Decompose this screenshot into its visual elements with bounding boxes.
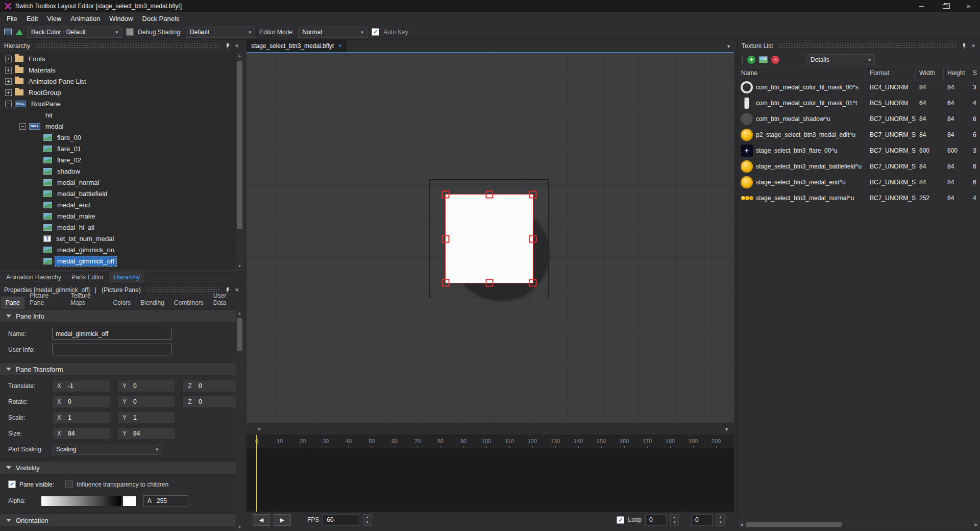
step-down-icon[interactable]: ▼ bbox=[363, 520, 371, 525]
menu-dock-panels[interactable]: Dock Panels bbox=[137, 12, 184, 25]
hierarchy-item-animated-pane-list[interactable]: +Animated Pane List bbox=[0, 76, 236, 87]
properties-tab-colors[interactable]: Colors bbox=[108, 297, 135, 309]
scroll-down-icon[interactable]: ▼ bbox=[236, 262, 243, 270]
selected-pane[interactable] bbox=[445, 194, 533, 283]
document-tab[interactable]: stage_select_btn3_medal.bflyt × bbox=[247, 40, 347, 52]
scrollbar-thumb[interactable] bbox=[237, 318, 242, 351]
hierarchy-item-materials[interactable]: +Materials bbox=[0, 64, 236, 76]
rotate-z-field[interactable]: Z0 bbox=[183, 396, 241, 408]
hierarchy-item-flare-02[interactable]: flare_02 bbox=[0, 154, 236, 165]
hierarchy-item-fonts[interactable]: +Fonts bbox=[0, 53, 236, 64]
scrollbar-thumb[interactable] bbox=[237, 61, 242, 229]
properties-tab-texture-maps[interactable]: Texture Maps bbox=[66, 289, 108, 309]
step-down-icon[interactable]: ▼ bbox=[671, 520, 678, 525]
close-icon[interactable]: × bbox=[969, 41, 978, 51]
name-input[interactable] bbox=[52, 328, 172, 340]
properties-tab-user-data[interactable]: User Data bbox=[209, 289, 242, 309]
properties-tab-pane[interactable]: Pane bbox=[1, 297, 24, 309]
debug-shading-dropdown[interactable]: Default ▾ bbox=[186, 27, 255, 38]
minimize-button[interactable] bbox=[910, 0, 933, 12]
scrollbar-thumb[interactable] bbox=[746, 522, 842, 527]
column-size[interactable]: S bbox=[969, 67, 980, 79]
section-pane-info[interactable]: Pane Info bbox=[0, 309, 236, 323]
close-button[interactable]: × bbox=[957, 0, 980, 12]
close-icon[interactable]: × bbox=[232, 41, 241, 51]
scroll-left-icon[interactable]: ◀ bbox=[738, 521, 745, 528]
column-width[interactable]: Width bbox=[916, 67, 944, 79]
drag-grip[interactable] bbox=[778, 43, 957, 49]
timeline-close-icon[interactable]: × bbox=[255, 425, 264, 433]
hierarchy-item-rootgroup[interactable]: +RootGroup bbox=[0, 87, 236, 98]
hierarchy-item-medal-normal[interactable]: medal_normal bbox=[0, 177, 236, 188]
timeline-playhead[interactable] bbox=[256, 435, 257, 512]
timeline-track[interactable] bbox=[247, 448, 734, 512]
hierarchy-item-flare-01[interactable]: flare_01 bbox=[0, 143, 236, 154]
translate-z-field[interactable]: Z0 bbox=[183, 380, 241, 392]
texture-row-stage-select-btn3-medal-battlefield-u[interactable]: stage_select_btn3_medal_battlefield^uBC7… bbox=[738, 158, 980, 174]
hierarchy-item-shadow[interactable]: shadow bbox=[0, 165, 236, 177]
collapse-icon[interactable]: − bbox=[19, 123, 26, 130]
expand-icon[interactable]: + bbox=[5, 67, 12, 74]
texture-row-com-btn-medal-shadow-u[interactable]: com_btn_medal_shadow^uBC7_UNORM_S...8484… bbox=[738, 111, 980, 127]
texture-row-com-btn-medal-color-hl-mask-01-t[interactable]: com_btn_medal_color_hl_mask_01^tBC5_UNOR… bbox=[738, 95, 980, 111]
hierarchy-panel-header[interactable]: Hierarchy × bbox=[0, 40, 243, 52]
timeline-chevron-icon[interactable]: ▾ bbox=[725, 426, 728, 432]
texture-row-p2-stage-select-btn3-medal-edit-u[interactable]: p2_stage_select_btn3_medal_edit^uBC7_UNO… bbox=[738, 127, 980, 142]
section-pane-transform[interactable]: Pane Transform bbox=[0, 363, 236, 376]
loop-start-stepper[interactable]: ▲▼ bbox=[670, 514, 679, 526]
texture-horizontal-scrollbar[interactable]: ◀ ▶ bbox=[738, 521, 980, 528]
loop-checkbox[interactable] bbox=[617, 516, 624, 524]
texture-list-header[interactable]: Texture List × bbox=[738, 40, 980, 52]
hierarchy-item-medal-gimmick-on[interactable]: medal_gimmick_on bbox=[0, 244, 236, 255]
scroll-up-icon[interactable]: ▲ bbox=[236, 52, 243, 60]
tab-parts-editor[interactable]: Parts Editor bbox=[67, 272, 108, 283]
hierarchy-scrollbar[interactable]: ▲ ▼ bbox=[236, 52, 243, 270]
properties-tab-combiners[interactable]: Combiners bbox=[169, 297, 208, 309]
menu-file[interactable]: File bbox=[2, 12, 22, 25]
color-swatch[interactable] bbox=[126, 28, 134, 36]
loop-end-input[interactable] bbox=[691, 514, 713, 526]
pin-icon[interactable] bbox=[960, 41, 969, 51]
menu-view[interactable]: View bbox=[42, 12, 66, 25]
properties-scrollbar[interactable]: ▲ ▼ bbox=[236, 309, 243, 531]
image-icon[interactable] bbox=[759, 56, 768, 63]
scroll-right-icon[interactable]: ▶ bbox=[972, 521, 980, 528]
tab-close-icon[interactable]: × bbox=[338, 42, 342, 50]
scroll-down-icon[interactable]: ▼ bbox=[236, 523, 243, 531]
resize-handle-bottom-right[interactable] bbox=[529, 279, 537, 287]
resize-handle-middle-left[interactable] bbox=[442, 235, 450, 243]
expand-icon[interactable]: + bbox=[5, 56, 12, 62]
menu-window[interactable]: Window bbox=[105, 12, 137, 25]
toolstrip-grip[interactable] bbox=[741, 55, 744, 64]
auto-key-checkbox[interactable] bbox=[372, 28, 379, 36]
frame-back-button[interactable]: ◀ bbox=[253, 514, 270, 526]
translate-y-field[interactable]: Y0 bbox=[117, 380, 176, 392]
section-visibility[interactable]: Visibility bbox=[0, 461, 236, 474]
view-mode-dropdown[interactable]: Details ▾ bbox=[806, 54, 875, 65]
resize-handle-top-left[interactable] bbox=[442, 191, 450, 199]
resize-handle-top-right[interactable] bbox=[529, 191, 537, 199]
scrollbar-track[interactable] bbox=[236, 317, 243, 523]
tab-animation-hierarchy[interactable]: Animation Hierarchy bbox=[2, 272, 66, 283]
hierarchy-item-medal-make[interactable]: medal_make bbox=[0, 210, 236, 222]
rotate-y-field[interactable]: Y0 bbox=[117, 396, 176, 408]
menu-edit[interactable]: Edit bbox=[22, 12, 42, 25]
loop-start-input[interactable] bbox=[645, 514, 667, 526]
layout-canvas[interactable] bbox=[247, 53, 734, 423]
fps-input[interactable] bbox=[323, 514, 359, 526]
step-up-icon[interactable]: ▲ bbox=[363, 515, 371, 520]
expand-icon[interactable]: + bbox=[5, 78, 12, 85]
fps-stepper[interactable]: ▲▼ bbox=[363, 514, 372, 526]
play-triangle-icon[interactable] bbox=[16, 29, 23, 35]
back-color-dropdown[interactable]: Back Color : Default ▾ bbox=[27, 27, 122, 38]
hierarchy-item-medal[interactable]: −NULLmedal bbox=[0, 120, 236, 132]
hierarchy-item-flare-00[interactable]: flare_00 bbox=[0, 132, 236, 143]
column-height[interactable]: Height bbox=[944, 67, 969, 79]
screen-icon[interactable] bbox=[4, 29, 12, 35]
resize-handle-middle-right[interactable] bbox=[529, 235, 537, 243]
translate-x-field[interactable]: X-1 bbox=[52, 380, 110, 392]
add-texture-button[interactable]: + bbox=[747, 56, 755, 64]
scroll-up-icon[interactable]: ▲ bbox=[236, 309, 243, 317]
rotate-x-field[interactable]: X0 bbox=[52, 396, 110, 408]
properties-tab-picture-pane[interactable]: Picture Pane bbox=[25, 289, 65, 309]
